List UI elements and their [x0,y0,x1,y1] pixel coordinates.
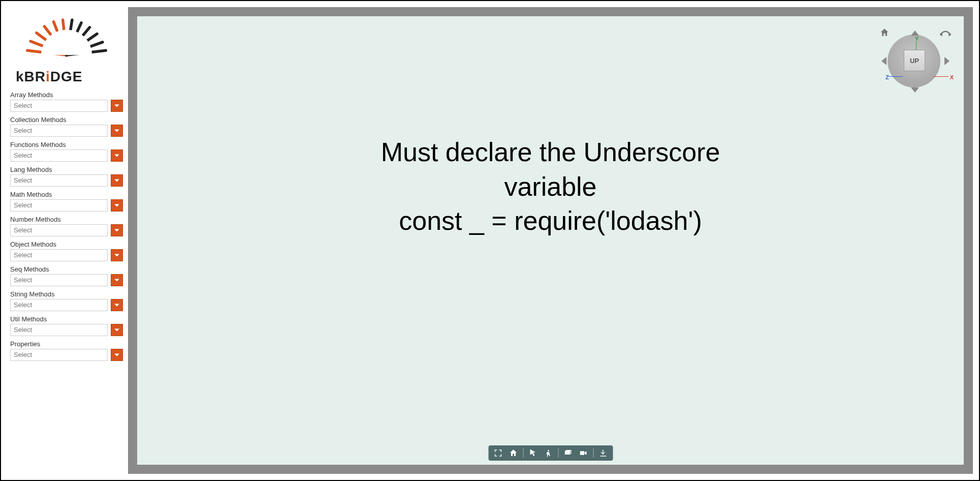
sidebar-group-label: Lang Methods [10,166,123,173]
toolbar-pointer-button[interactable] [527,447,539,459]
sidebar-select-caret[interactable] [111,100,123,112]
app-root: kBRiDGE Array MethodsSelectCollection Me… [0,0,980,481]
viewcube-up-arrow[interactable] [911,31,919,36]
axis-y-label: Y [915,36,919,42]
sidebar-group: Number MethodsSelect [10,216,123,236]
sidebar-select[interactable]: Select [10,125,108,137]
chevron-down-icon [114,252,120,258]
camera-icon [579,448,588,458]
sidebar-select[interactable]: Select [10,324,108,336]
brand-name: kBRiDGE [16,69,117,85]
chevron-down-icon [114,153,120,159]
sidebar-group: String MethodsSelect [10,290,123,311]
viewcube-right-arrow[interactable] [944,57,950,65]
sidebar-select-caret[interactable] [111,274,123,286]
sidebar-select[interactable]: Select [10,149,108,162]
viewcube-down-arrow[interactable] [911,87,919,93]
sidebar-group-label: Array Methods [10,91,123,99]
viewport-frame: Must declare the Underscore variable con… [128,7,973,474]
chevron-down-icon [114,327,120,333]
chevron-down-icon [114,202,120,208]
sidebar-group: Lang MethodsSelect [10,166,123,187]
axis-z-label: Z [886,74,889,80]
sidebar-group: Array MethodsSelect [10,91,123,112]
axis-x-line [933,76,949,77]
sidebar-select-caret[interactable] [111,324,123,336]
toolbar-separator [558,448,558,458]
viewcube-rotate-button[interactable] [938,28,953,40]
sidebar-select-caret[interactable] [111,299,123,311]
sidebar: kBRiDGE Array MethodsSelectCollection Me… [1,1,128,480]
viewcube-face[interactable]: UP [904,50,925,71]
sidebar-groups: Array MethodsSelectCollection MethodsSel… [10,91,123,361]
toolbar-walk-button[interactable] [543,447,554,459]
sidebar-select-caret[interactable] [111,125,123,137]
sidebar-select-caret[interactable] [111,249,123,261]
sidebar-select-row: Select [10,274,123,286]
viewport-3d[interactable]: Must declare the Underscore variable con… [137,16,964,465]
toolbar-layers-button[interactable] [562,447,574,459]
sidebar-group-label: String Methods [10,290,123,298]
sidebar-select-caret[interactable] [111,199,123,212]
sidebar-group: Collection MethodsSelect [10,116,123,137]
sidebar-select-row: Select [10,149,123,162]
toolbar-separator [523,448,523,458]
axis-x-label: X [950,74,954,80]
sidebar-select[interactable]: Select [10,299,108,311]
sidebar-select-row: Select [10,100,123,112]
fullscreen-icon [493,448,502,458]
sidebar-group-label: Functions Methods [10,141,123,148]
viewport-toolbar [488,445,613,461]
sidebar-select-row: Select [10,299,123,311]
pointer-icon [528,448,538,458]
toolbar-home-button[interactable] [508,447,519,459]
sidebar-select[interactable]: Select [10,249,108,261]
toolbar-separator [593,448,593,458]
sidebar-select-row: Select [10,199,123,212]
toolbar-fullscreen-button[interactable] [492,447,503,459]
download-icon [598,448,608,458]
sidebar-select[interactable]: Select [10,274,108,286]
sidebar-group: Math MethodsSelect [10,191,123,212]
chevron-down-icon [114,227,120,233]
layers-icon [563,448,573,458]
sidebar-group: Util MethodsSelect [10,315,123,336]
sidebar-select-row: Select [10,224,123,236]
sidebar-group: Seq MethodsSelect [10,265,123,286]
sidebar-select[interactable]: Select [10,349,108,361]
sidebar-select-row: Select [10,324,123,336]
home-icon [509,448,518,458]
chevron-down-icon [114,103,120,109]
axis-z-line [889,76,903,77]
chevron-down-icon [114,128,120,134]
walk-icon [544,448,553,458]
sidebar-group-label: Number Methods [10,216,123,223]
home-icon [879,27,890,38]
toolbar-download-button[interactable] [597,447,609,459]
chevron-down-icon [114,352,120,358]
sidebar-select[interactable]: Select [10,224,108,236]
sidebar-group-label: Collection Methods [10,116,123,124]
sidebar-select-caret[interactable] [111,349,123,361]
brand-logo: kBRiDGE [16,11,117,85]
rotate-icon [938,28,953,40]
sidebar-select[interactable]: Select [10,199,108,212]
sidebar-group-label: Util Methods [10,315,123,323]
sidebar-select-caret[interactable] [111,224,123,236]
sidebar-group: Object MethodsSelect [10,240,123,261]
sidebar-group-label: Seq Methods [10,265,123,273]
sidebar-group-label: Properties [10,340,123,348]
sidebar-select-row: Select [10,249,123,261]
message-line-1: Must declare the Underscore variable [344,135,757,204]
sidebar-group: PropertiesSelect [10,340,123,361]
sidebar-group-label: Math Methods [10,191,123,198]
toolbar-camera-button[interactable] [578,447,589,459]
chevron-down-icon [114,177,120,184]
sidebar-select[interactable]: Select [10,174,108,187]
viewcube-left-arrow[interactable] [881,57,887,65]
sidebar-select-caret[interactable] [111,174,123,187]
sidebar-select-caret[interactable] [111,149,123,162]
viewcube-home-button[interactable] [879,27,890,38]
sidebar-select[interactable]: Select [10,100,108,112]
sidebar-select-row: Select [10,174,123,187]
